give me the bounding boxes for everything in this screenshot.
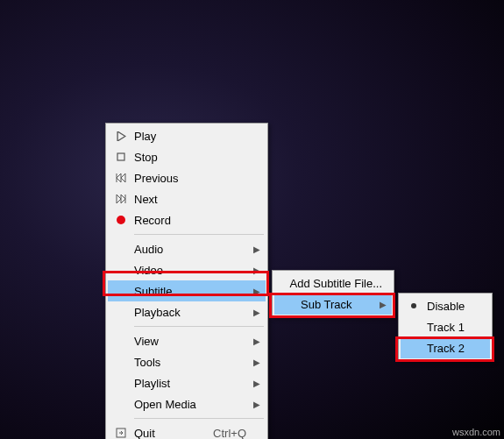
menu-item-label: Track 1 xyxy=(427,321,486,334)
submenu-arrow-icon: ▶ xyxy=(252,336,262,346)
submenu-arrow-icon: ▶ xyxy=(252,308,262,317)
menu-item-quit[interactable]: Quit Ctrl+Q xyxy=(108,422,266,439)
menu-item-audio[interactable]: Audio ▶ xyxy=(108,238,266,259)
menu-item-shortcut: Ctrl+Q xyxy=(213,427,252,440)
menu-item-label: Add Subtitle File... xyxy=(290,277,383,290)
submenu-subtitle: Add Subtitle File... Sub Track ▶ xyxy=(272,270,394,317)
menu-item-disable[interactable]: Disable xyxy=(401,295,490,316)
menu-item-label: Playlist xyxy=(134,377,252,390)
menu-item-next[interactable]: Next xyxy=(108,188,266,209)
menu-item-playback[interactable]: Playback ▶ xyxy=(108,301,266,322)
menu-item-label: Quit xyxy=(134,427,213,440)
menu-item-label: Disable xyxy=(427,300,486,313)
menu-item-label: Track 2 xyxy=(427,342,486,355)
menu-item-previous[interactable]: Previous xyxy=(108,167,266,188)
menu-item-add-subtitle-file[interactable]: Add Subtitle File... xyxy=(274,273,392,294)
submenu-arrow-icon: ▶ xyxy=(252,379,262,388)
menu-item-label: Sub Track xyxy=(301,298,378,311)
menu-item-sub-track[interactable]: Sub Track ▶ xyxy=(274,294,392,315)
submenu-arrow-icon: ▶ xyxy=(252,358,262,367)
next-icon xyxy=(108,195,134,203)
submenu-arrow-icon: ▶ xyxy=(252,244,262,254)
menu-item-label: Audio xyxy=(134,243,252,256)
quit-icon xyxy=(108,428,134,438)
menu-item-label: Playback xyxy=(134,306,252,319)
menu-item-record[interactable]: Record xyxy=(108,209,266,230)
menu-item-label: Open Media xyxy=(134,398,252,411)
submenu-arrow-icon: ▶ xyxy=(252,400,262,409)
radio-selected-icon xyxy=(401,303,427,308)
previous-icon xyxy=(108,173,134,182)
menu-separator xyxy=(134,234,264,235)
menu-item-label: Play xyxy=(134,130,252,143)
menu-item-subtitle[interactable]: Subtitle ▶ xyxy=(108,280,266,301)
submenu-arrow-icon: ▶ xyxy=(252,266,262,275)
menu-separator xyxy=(134,326,264,327)
submenu-sub-track: Disable Track 1 Track 2 xyxy=(398,293,493,361)
menu-separator xyxy=(134,418,264,419)
menu-item-label: Stop xyxy=(134,151,252,164)
menu-item-label: Subtitle xyxy=(134,285,252,298)
watermark: wsxdn.com xyxy=(452,427,500,437)
play-icon xyxy=(108,131,134,141)
svg-rect-0 xyxy=(117,153,124,160)
menu-item-video[interactable]: Video ▶ xyxy=(108,259,266,280)
svg-point-1 xyxy=(117,216,125,224)
menu-item-label: Previous xyxy=(134,172,252,185)
menu-item-play[interactable]: Play xyxy=(108,125,266,146)
menu-item-track1[interactable]: Track 1 xyxy=(401,316,490,337)
submenu-arrow-icon: ▶ xyxy=(378,300,388,309)
menu-item-tools[interactable]: Tools ▶ xyxy=(108,351,266,372)
stop-icon xyxy=(108,152,134,161)
menu-item-label: Tools xyxy=(134,356,252,369)
menu-item-label: Record xyxy=(134,214,252,227)
menu-item-open-media[interactable]: Open Media ▶ xyxy=(108,393,266,414)
context-menu-main: Play Stop Previous Next Record Audio ▶ xyxy=(105,123,268,439)
menu-item-label: Next xyxy=(134,193,252,206)
menu-item-label: View xyxy=(134,335,252,348)
submenu-arrow-icon: ▶ xyxy=(252,287,262,296)
menu-item-label: Video xyxy=(134,264,252,277)
menu-item-track2[interactable]: Track 2 xyxy=(401,337,490,358)
menu-item-playlist[interactable]: Playlist ▶ xyxy=(108,372,266,393)
menu-item-view[interactable]: View ▶ xyxy=(108,330,266,351)
record-icon xyxy=(108,215,134,225)
menu-item-stop[interactable]: Stop xyxy=(108,146,266,167)
